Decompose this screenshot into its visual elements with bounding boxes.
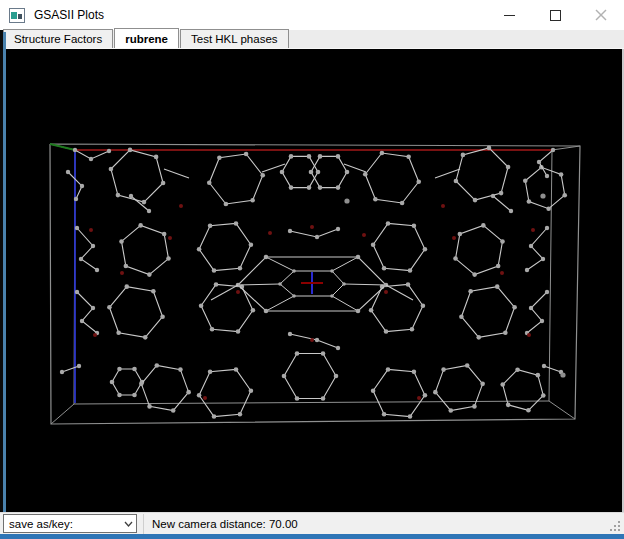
save-as-key-label: save as/key: — [9, 518, 120, 530]
titlebar: GSASII Plots — [0, 0, 624, 30]
camera-distance-text: New camera distance: 70.00 — [152, 513, 298, 535]
structure-viewport — [0, 49, 624, 512]
maximize-icon — [550, 10, 561, 21]
window-border-left — [3, 32, 6, 534]
crystal-structure-view[interactable] — [0, 49, 624, 512]
gsasii-plots-window: GSASII Plots Structure FactorsrubreneTes… — [0, 0, 624, 539]
save-as-key-dropdown[interactable]: save as/key: — [3, 514, 137, 533]
minimize-button[interactable] — [486, 0, 532, 30]
statusbar-divider — [143, 514, 144, 534]
statusbar: save as/key: New camera distance: 70.00 — [0, 512, 624, 534]
window-border-bottom — [0, 534, 624, 539]
plot-tabbar: Structure FactorsrubreneTest HKL phases — [0, 30, 624, 49]
resize-grip[interactable] — [609, 521, 621, 533]
tab-test-hkl-phases[interactable]: Test HKL phases — [180, 29, 289, 48]
window-title: GSASII Plots — [34, 8, 104, 22]
chevron-down-icon — [120, 515, 136, 532]
tab-structure-factors[interactable]: Structure Factors — [3, 29, 113, 48]
app-icon — [9, 8, 25, 23]
minimize-icon — [504, 15, 515, 16]
maximize-button[interactable] — [532, 0, 578, 30]
close-icon — [595, 9, 607, 21]
close-button[interactable] — [578, 0, 624, 30]
tab-rubrene[interactable]: rubrene — [114, 28, 179, 48]
